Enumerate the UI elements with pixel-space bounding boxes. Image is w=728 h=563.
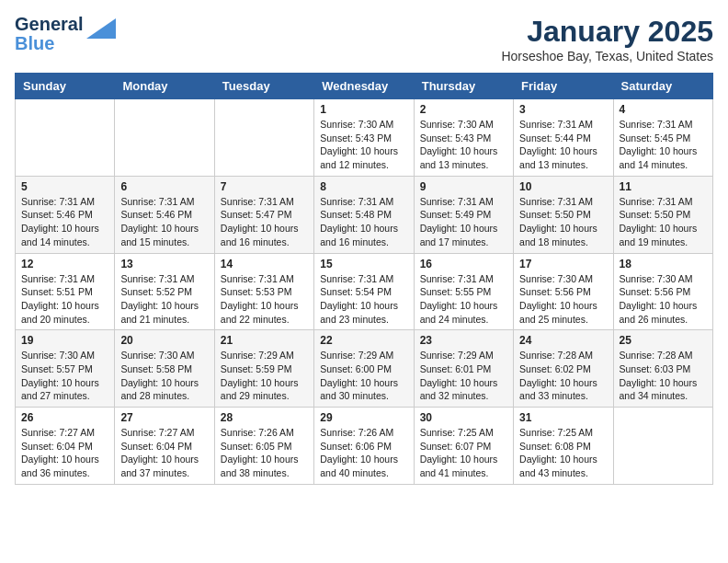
day-info: Sunrise: 7:30 AM Sunset: 5:56 PM Dayligh… bbox=[620, 272, 707, 327]
calendar-cell: 10Sunrise: 7:31 AM Sunset: 5:50 PM Dayli… bbox=[514, 176, 613, 253]
day-info: Sunrise: 7:31 AM Sunset: 5:50 PM Dayligh… bbox=[519, 195, 607, 249]
day-number: 5 bbox=[21, 180, 108, 193]
day-number: 24 bbox=[519, 334, 607, 347]
day-number: 8 bbox=[320, 180, 407, 193]
calendar-week-row: 5Sunrise: 7:31 AM Sunset: 5:46 PM Daylig… bbox=[16, 176, 713, 253]
day-info: Sunrise: 7:28 AM Sunset: 6:03 PM Dayligh… bbox=[620, 349, 707, 403]
day-number: 14 bbox=[221, 258, 308, 270]
calendar-week-row: 26Sunrise: 7:27 AM Sunset: 6:04 PM Dayli… bbox=[16, 408, 713, 485]
weekday-header: Friday bbox=[514, 74, 613, 99]
calendar-cell: 9Sunrise: 7:31 AM Sunset: 5:49 PM Daylig… bbox=[414, 176, 513, 253]
calendar-cell: 23Sunrise: 7:29 AM Sunset: 6:01 PM Dayli… bbox=[414, 330, 513, 408]
day-info: Sunrise: 7:29 AM Sunset: 6:01 PM Dayligh… bbox=[420, 349, 507, 403]
weekday-header: Saturday bbox=[613, 74, 712, 99]
day-number: 11 bbox=[620, 180, 707, 193]
day-number: 12 bbox=[21, 258, 108, 270]
day-number: 29 bbox=[320, 411, 407, 424]
calendar-cell: 18Sunrise: 7:30 AM Sunset: 5:56 PM Dayli… bbox=[613, 253, 712, 330]
day-info: Sunrise: 7:26 AM Sunset: 6:06 PM Dayligh… bbox=[320, 426, 407, 480]
calendar-week-row: 12Sunrise: 7:31 AM Sunset: 5:51 PM Dayli… bbox=[16, 253, 713, 330]
day-info: Sunrise: 7:30 AM Sunset: 5:43 PM Dayligh… bbox=[320, 118, 407, 172]
calendar-cell: 6Sunrise: 7:31 AM Sunset: 5:46 PM Daylig… bbox=[115, 176, 214, 253]
calendar-cell: 19Sunrise: 7:30 AM Sunset: 5:57 PM Dayli… bbox=[16, 330, 115, 408]
day-number: 2 bbox=[420, 103, 507, 116]
calendar-cell bbox=[115, 99, 214, 177]
logo: General Blue bbox=[15, 15, 116, 53]
day-info: Sunrise: 7:30 AM Sunset: 5:58 PM Dayligh… bbox=[120, 349, 208, 403]
day-number: 13 bbox=[120, 258, 208, 270]
day-number: 3 bbox=[519, 103, 607, 116]
day-number: 16 bbox=[420, 258, 507, 270]
day-number: 17 bbox=[519, 258, 607, 270]
calendar-cell: 5Sunrise: 7:31 AM Sunset: 5:46 PM Daylig… bbox=[16, 176, 115, 253]
calendar-cell: 31Sunrise: 7:25 AM Sunset: 6:08 PM Dayli… bbox=[514, 408, 613, 485]
day-number: 19 bbox=[21, 334, 108, 347]
day-info: Sunrise: 7:26 AM Sunset: 6:05 PM Dayligh… bbox=[221, 426, 308, 480]
calendar-cell: 21Sunrise: 7:29 AM Sunset: 5:59 PM Dayli… bbox=[214, 330, 313, 408]
day-info: Sunrise: 7:31 AM Sunset: 5:51 PM Dayligh… bbox=[21, 272, 108, 327]
day-info: Sunrise: 7:31 AM Sunset: 5:54 PM Dayligh… bbox=[320, 272, 407, 327]
day-number: 25 bbox=[620, 334, 707, 347]
calendar-cell: 3Sunrise: 7:31 AM Sunset: 5:44 PM Daylig… bbox=[514, 99, 613, 177]
day-info: Sunrise: 7:31 AM Sunset: 5:53 PM Dayligh… bbox=[221, 272, 308, 327]
calendar-cell: 13Sunrise: 7:31 AM Sunset: 5:52 PM Dayli… bbox=[115, 253, 214, 330]
day-info: Sunrise: 7:30 AM Sunset: 5:43 PM Dayligh… bbox=[420, 118, 507, 172]
weekday-header: Tuesday bbox=[214, 74, 313, 99]
day-number: 9 bbox=[420, 180, 507, 193]
calendar-cell: 16Sunrise: 7:31 AM Sunset: 5:55 PM Dayli… bbox=[414, 253, 513, 330]
day-number: 7 bbox=[221, 180, 308, 193]
calendar-cell: 17Sunrise: 7:30 AM Sunset: 5:56 PM Dayli… bbox=[514, 253, 613, 330]
weekday-header: Sunday bbox=[16, 74, 115, 99]
day-number: 30 bbox=[420, 411, 507, 424]
day-info: Sunrise: 7:27 AM Sunset: 6:04 PM Dayligh… bbox=[21, 426, 108, 480]
day-info: Sunrise: 7:28 AM Sunset: 6:02 PM Dayligh… bbox=[519, 349, 607, 403]
logo-general: General bbox=[15, 15, 83, 34]
day-info: Sunrise: 7:31 AM Sunset: 5:49 PM Dayligh… bbox=[420, 195, 507, 249]
day-number: 28 bbox=[221, 411, 308, 424]
calendar-header-row: SundayMondayTuesdayWednesdayThursdayFrid… bbox=[16, 74, 713, 99]
day-info: Sunrise: 7:31 AM Sunset: 5:44 PM Dayligh… bbox=[519, 118, 607, 172]
day-info: Sunrise: 7:31 AM Sunset: 5:45 PM Dayligh… bbox=[620, 118, 707, 172]
day-info: Sunrise: 7:31 AM Sunset: 5:55 PM Dayligh… bbox=[420, 272, 507, 327]
day-info: Sunrise: 7:31 AM Sunset: 5:50 PM Dayligh… bbox=[620, 195, 707, 249]
page-header: General Blue January 2025 Horseshoe Bay,… bbox=[15, 15, 713, 63]
calendar-cell: 20Sunrise: 7:30 AM Sunset: 5:58 PM Dayli… bbox=[115, 330, 214, 408]
month-title: January 2025 bbox=[501, 15, 713, 49]
day-number: 31 bbox=[519, 411, 607, 424]
day-number: 20 bbox=[120, 334, 208, 347]
calendar-cell: 12Sunrise: 7:31 AM Sunset: 5:51 PM Dayli… bbox=[16, 253, 115, 330]
day-info: Sunrise: 7:30 AM Sunset: 5:56 PM Dayligh… bbox=[519, 272, 607, 327]
weekday-header: Thursday bbox=[414, 74, 513, 99]
day-number: 6 bbox=[120, 180, 208, 193]
day-info: Sunrise: 7:27 AM Sunset: 6:04 PM Dayligh… bbox=[120, 426, 208, 480]
calendar-cell: 28Sunrise: 7:26 AM Sunset: 6:05 PM Dayli… bbox=[214, 408, 313, 485]
day-info: Sunrise: 7:31 AM Sunset: 5:46 PM Dayligh… bbox=[21, 195, 108, 249]
day-number: 26 bbox=[21, 411, 108, 424]
svg-marker-0 bbox=[86, 18, 116, 39]
calendar-cell: 29Sunrise: 7:26 AM Sunset: 6:06 PM Dayli… bbox=[314, 408, 414, 485]
calendar-cell: 27Sunrise: 7:27 AM Sunset: 6:04 PM Dayli… bbox=[115, 408, 214, 485]
calendar-cell: 24Sunrise: 7:28 AM Sunset: 6:02 PM Dayli… bbox=[514, 330, 613, 408]
calendar-table: SundayMondayTuesdayWednesdayThursdayFrid… bbox=[15, 73, 713, 485]
day-number: 27 bbox=[120, 411, 208, 424]
day-number: 21 bbox=[221, 334, 308, 347]
day-info: Sunrise: 7:31 AM Sunset: 5:52 PM Dayligh… bbox=[120, 272, 208, 327]
day-info: Sunrise: 7:25 AM Sunset: 6:07 PM Dayligh… bbox=[420, 426, 507, 480]
day-number: 23 bbox=[420, 334, 507, 347]
calendar-week-row: 1Sunrise: 7:30 AM Sunset: 5:43 PM Daylig… bbox=[16, 99, 713, 177]
logo-blue: Blue bbox=[15, 34, 83, 53]
calendar-week-row: 19Sunrise: 7:30 AM Sunset: 5:57 PM Dayli… bbox=[16, 330, 713, 408]
day-info: Sunrise: 7:30 AM Sunset: 5:57 PM Dayligh… bbox=[21, 349, 108, 403]
day-number: 1 bbox=[320, 103, 407, 116]
calendar-cell: 14Sunrise: 7:31 AM Sunset: 5:53 PM Dayli… bbox=[214, 253, 313, 330]
day-info: Sunrise: 7:29 AM Sunset: 5:59 PM Dayligh… bbox=[221, 349, 308, 403]
weekday-header: Wednesday bbox=[314, 74, 414, 99]
day-number: 15 bbox=[320, 258, 407, 270]
day-info: Sunrise: 7:31 AM Sunset: 5:48 PM Dayligh… bbox=[320, 195, 407, 249]
calendar-cell: 11Sunrise: 7:31 AM Sunset: 5:50 PM Dayli… bbox=[613, 176, 712, 253]
calendar-cell: 1Sunrise: 7:30 AM Sunset: 5:43 PM Daylig… bbox=[314, 99, 414, 177]
logo-icon bbox=[86, 18, 116, 42]
day-number: 4 bbox=[620, 103, 707, 116]
day-info: Sunrise: 7:29 AM Sunset: 6:00 PM Dayligh… bbox=[320, 349, 407, 403]
calendar-cell: 7Sunrise: 7:31 AM Sunset: 5:47 PM Daylig… bbox=[214, 176, 313, 253]
